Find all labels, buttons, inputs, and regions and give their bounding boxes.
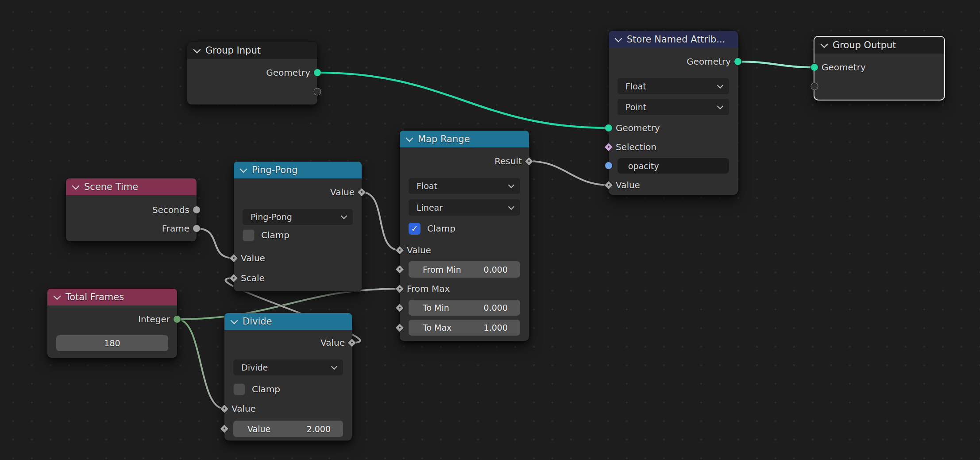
collapse-chevron-icon[interactable]	[821, 40, 828, 48]
input-label-value: Value	[400, 241, 529, 259]
operation-dropdown[interactable]: Ping-Pong	[243, 209, 353, 225]
field-value: 2.000	[307, 424, 331, 434]
clamp-checkbox[interactable]	[243, 229, 255, 241]
output-label-value: Value	[224, 333, 352, 352]
clamp-label: Clamp	[252, 384, 280, 394]
interpolation-dropdown-value: Linear	[417, 203, 443, 213]
chevron-down-icon	[341, 213, 347, 219]
node-title: Group Output	[833, 40, 896, 50]
wire[interactable]	[317, 73, 609, 128]
node-title: Scene Time	[84, 182, 138, 192]
collapse-chevron-icon[interactable]	[615, 35, 622, 42]
integer-value-field[interactable]: 180	[56, 335, 168, 351]
chevron-down-icon	[717, 103, 723, 109]
integer-output-socket[interactable]	[173, 315, 181, 323]
output-label-geometry: Geometry	[187, 63, 317, 82]
interpolation-dropdown[interactable]: Linear	[409, 199, 520, 216]
node-header[interactable]: Group Output	[814, 37, 944, 54]
node-title: Map Range	[418, 134, 470, 144]
wire[interactable]	[738, 62, 814, 67]
node-total-frames[interactable]: Total Frames Integer 180	[47, 289, 177, 358]
attribute-name-field[interactable]: opacity	[617, 158, 729, 174]
wire[interactable]	[197, 228, 234, 258]
wire[interactable]	[177, 319, 224, 409]
frame-output-socket[interactable]	[193, 224, 201, 232]
data-type-dropdown[interactable]: Float	[617, 78, 729, 94]
collapse-chevron-icon[interactable]	[240, 165, 247, 173]
input-label-from-max: From Max	[400, 279, 529, 298]
to-min-field[interactable]: To Min 0.000	[409, 300, 520, 316]
from-min-field[interactable]: From Min 0.000	[409, 261, 520, 278]
value2-input-socket[interactable]	[220, 424, 229, 433]
clamp-checkbox-checked[interactable]: ✓	[409, 223, 421, 235]
operation-dropdown-value: Ping-Pong	[251, 212, 292, 222]
field-label: Value	[247, 424, 270, 434]
operation-dropdown[interactable]: Divide	[233, 359, 343, 375]
node-header[interactable]: Ping-Pong	[234, 162, 362, 178]
clamp-checkbox[interactable]	[233, 383, 245, 395]
geometry-input-socket[interactable]	[810, 63, 818, 71]
data-type-dropdown-value: Float	[625, 81, 646, 91]
collapse-chevron-icon[interactable]	[231, 317, 238, 324]
from-min-input-socket[interactable]	[395, 265, 405, 274]
geometry-output-socket[interactable]	[313, 69, 321, 77]
input-label-geometry: Geometry	[609, 119, 738, 137]
node-editor-canvas[interactable]: Group Input Geometry Scene Time Seconds …	[0, 0, 980, 460]
name-input-socket[interactable]	[605, 162, 613, 170]
node-header[interactable]: Map Range	[400, 131, 529, 147]
input-label-value: Value	[224, 399, 352, 418]
virtual-socket[interactable]	[811, 83, 818, 90]
data-type-dropdown-value: Float	[417, 181, 437, 191]
to-max-input-socket[interactable]	[395, 323, 405, 332]
collapse-chevron-icon[interactable]	[406, 134, 413, 142]
output-label-geometry: Geometry	[609, 52, 738, 71]
wire-outline	[197, 228, 234, 258]
node-scene-time[interactable]: Scene Time Seconds Frame	[66, 178, 197, 241]
node-header[interactable]: Divide	[224, 313, 352, 330]
node-header[interactable]: Scene Time	[66, 178, 197, 195]
wire[interactable]	[529, 161, 609, 185]
domain-dropdown-value: Point	[625, 102, 646, 112]
chevron-down-icon	[508, 182, 514, 188]
output-label-frame: Frame	[66, 219, 197, 238]
collapse-chevron-icon[interactable]	[72, 182, 80, 189]
geometry-output-socket[interactable]	[734, 58, 742, 66]
collapse-chevron-icon[interactable]	[54, 292, 61, 300]
chevron-down-icon	[508, 203, 514, 209]
seconds-output-socket[interactable]	[193, 206, 201, 214]
node-title: Total Frames	[66, 292, 124, 302]
wire-outline	[177, 319, 224, 409]
node-store-named-attribute[interactable]: Store Named Attrib... Geometry Float Poi…	[609, 31, 738, 195]
chevron-down-icon	[717, 82, 723, 88]
chevron-down-icon	[331, 363, 337, 370]
wire-outline	[362, 192, 400, 250]
node-title: Divide	[243, 316, 272, 327]
to-min-input-socket[interactable]	[395, 303, 405, 313]
to-max-field[interactable]: To Max 1.000	[409, 320, 520, 336]
node-header[interactable]: Total Frames	[47, 289, 177, 305]
value-slider-field[interactable]: Value 2.000	[233, 421, 343, 437]
node-title: Ping-Pong	[252, 165, 298, 175]
node-header[interactable]: Store Named Attrib...	[609, 31, 738, 48]
field-value: 0.000	[484, 265, 508, 274]
wire[interactable]	[362, 192, 400, 250]
field-value: 1.000	[484, 323, 508, 332]
virtual-socket[interactable]	[314, 88, 321, 96]
node-ping-pong[interactable]: Ping-Pong Value Ping-Pong Clamp Value Sc…	[234, 162, 362, 291]
domain-dropdown[interactable]: Point	[617, 99, 729, 115]
clamp-label: Clamp	[427, 223, 455, 234]
collapse-chevron-icon[interactable]	[193, 46, 201, 53]
operation-dropdown-value: Divide	[241, 363, 268, 372]
node-header[interactable]: Group Input	[187, 42, 317, 59]
wire-outline	[317, 73, 609, 128]
node-group-input[interactable]: Group Input Geometry	[187, 42, 317, 104]
data-type-dropdown[interactable]: Float	[409, 178, 520, 194]
wire-outline	[529, 161, 609, 185]
field-label: To Max	[423, 323, 451, 332]
node-divide[interactable]: Divide Value Divide Clamp Value Value 2.…	[224, 313, 352, 441]
geometry-input-socket[interactable]	[605, 124, 613, 132]
input-label-selection: Selection	[609, 138, 738, 156]
node-group-output[interactable]: Group Output Geometry	[814, 37, 944, 100]
output-label-result: Result	[400, 152, 529, 170]
node-map-range[interactable]: Map Range Result Float Linear ✓ Clamp Va…	[400, 131, 529, 341]
